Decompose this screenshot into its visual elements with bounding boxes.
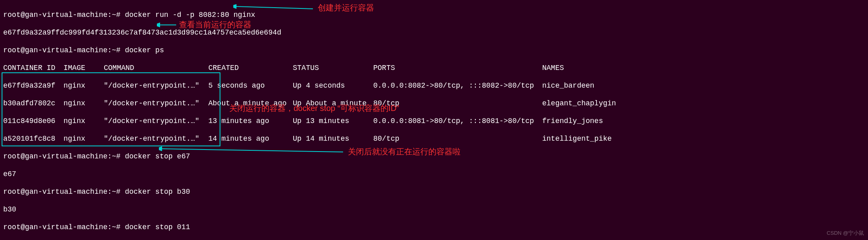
prompt: root@gan-virtual-machine:~#	[3, 223, 121, 231]
cmd-docker-run: docker run -d -p 8082:80 nginx	[125, 11, 255, 19]
cmd-docker-stop: docker stop b30	[125, 188, 190, 196]
stop-output: b30	[3, 205, 865, 214]
prompt: root@gan-virtual-machine:~#	[3, 188, 121, 196]
terminal-output[interactable]: root@gan-virtual-machine:~# docker run -…	[0, 0, 868, 240]
ps-row: 011c849d8e06nginx"/docker-entrypoint.…"1…	[3, 117, 865, 125]
cmd-docker-stop: docker stop 011	[125, 223, 190, 231]
cmd-docker-stop: docker stop e67	[125, 152, 190, 160]
ps-row: a520101fc8c8nginx"/docker-entrypoint.…"1…	[3, 134, 865, 143]
prompt: root@gan-virtual-machine:~#	[3, 11, 121, 19]
ps-header: CONTAINER IDIMAGECOMMANDCREATEDSTATUSPOR…	[3, 64, 865, 72]
watermark: CSDN @宁小鼠	[827, 229, 864, 238]
prompt: root@gan-virtual-machine:~#	[3, 46, 121, 54]
ps-row: b30adfd7802cnginx"/docker-entrypoint.…"A…	[3, 99, 865, 108]
output-hash: e67fd9a32a9ffdc999fd4f313236c7af8473ac1d…	[3, 28, 865, 37]
cmd-docker-ps: docker ps	[125, 46, 164, 54]
ps-row: e67fd9a32a9fnginx"/docker-entrypoint.…"5…	[3, 81, 865, 90]
prompt: root@gan-virtual-machine:~#	[3, 152, 121, 160]
stop-output: e67	[3, 170, 865, 178]
